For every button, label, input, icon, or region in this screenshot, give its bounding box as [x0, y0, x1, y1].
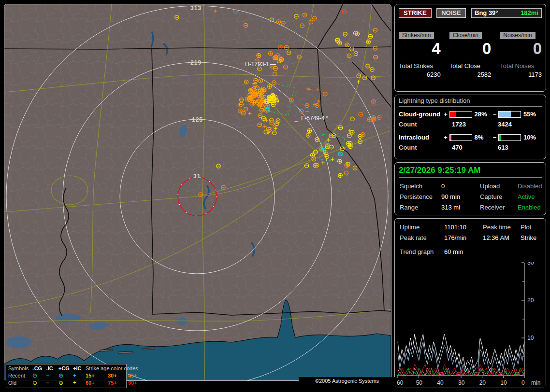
- noise-button[interactable]: NOISE: [436, 8, 465, 18]
- storm-vector-icon: —: [270, 61, 276, 68]
- trend-graph: 1020306050403020100min: [396, 262, 546, 388]
- age-60: 60+: [86, 379, 108, 387]
- count-label: Count: [399, 144, 452, 151]
- close-counter: Close/min 0 Total Close 2582: [449, 30, 492, 78]
- close-rate: 0: [449, 40, 492, 57]
- cg-neg-old-icon: ⊖: [32, 379, 46, 387]
- trend-graph-label: Trend graph: [400, 248, 444, 255]
- plus-sign: +: [444, 134, 449, 141]
- bearing-distance: 182mi: [521, 9, 538, 16]
- squelch-label: Squelch: [400, 182, 441, 190]
- strike-map[interactable]: 313 219 125 31 H-1793-1— F-5749-4^: [4, 4, 391, 381]
- ic-pos-old-icon: +: [73, 379, 86, 387]
- ic-pos-recent-icon: +: [73, 372, 86, 379]
- svg-text:60: 60: [397, 379, 404, 386]
- bearing-value: Bng 39°: [475, 9, 498, 16]
- trend-panel: Uptime 1101:10 Peak time Plot Peak rate …: [394, 218, 546, 388]
- peak-time-label: Peak time: [483, 224, 521, 231]
- squelch-value: 0: [441, 182, 480, 190]
- svg-text:min: min: [531, 379, 540, 386]
- strike-button[interactable]: STRIKE: [399, 8, 432, 18]
- capture-label: Capture: [480, 193, 518, 200]
- close-per-min-badge: Close/min: [449, 32, 482, 39]
- legend-type-cg-pos: +CG: [58, 365, 73, 372]
- map-legend: Symbols -CG -IC +CG +IC Strike age color…: [6, 364, 127, 388]
- trend-window-value: 60 min: [444, 248, 463, 255]
- cg-minus-percent: 55%: [523, 111, 542, 118]
- svg-text:50: 50: [416, 379, 423, 386]
- peak-time-value: 12:36 AM: [483, 234, 521, 241]
- ic-plus-percent: 8%: [475, 134, 493, 141]
- datetime-display: 2/27/2026 9:25:19 AM: [399, 166, 542, 178]
- cg-pos-recent-icon: ⊕: [58, 372, 73, 379]
- noises-rate: 0: [500, 40, 542, 57]
- ic-minus-percent: 10%: [523, 134, 542, 141]
- distribution-title: Lightning type distribution: [399, 95, 542, 107]
- age-30: 30+: [108, 372, 128, 379]
- age-45: 45+: [128, 372, 147, 379]
- bearing-indicator: Bng 39° 182mi: [471, 8, 542, 18]
- cg-minus-count: 3424: [498, 121, 512, 128]
- upload-label: Upload: [480, 182, 518, 190]
- ic-neg-old-icon: −: [46, 379, 58, 387]
- cg-minus-bar: [498, 111, 521, 118]
- receiver-status: Enabled: [518, 204, 542, 211]
- ic-plus-count: 470: [452, 144, 498, 151]
- noises-per-min-badge: Noises/min: [500, 32, 535, 39]
- cg-plus-count: 1723: [452, 121, 498, 128]
- intracloud-counts: Count 470 613: [399, 144, 542, 151]
- cg-pos-old-icon: ⊕: [58, 379, 73, 387]
- storm-vector-icon: ^: [326, 115, 329, 122]
- range-value: 313 mi: [441, 204, 480, 211]
- svg-text:20: 20: [527, 297, 534, 304]
- plus-sign: +: [444, 111, 449, 118]
- count-label: Count: [399, 121, 452, 128]
- capture-status: Active: [518, 193, 542, 200]
- cloud-ground-row: Cloud-ground + 28% − 55%: [399, 111, 542, 118]
- cg-plus-percent: 28%: [475, 111, 493, 118]
- total-close-label: Total Close: [449, 62, 492, 70]
- strikes-counter: Strikes/min 4 Total Strikes 6230: [399, 30, 441, 78]
- persistence-label: Persistence: [400, 193, 441, 200]
- copyright-text: ©2005 Astrogenic Systems: [299, 377, 395, 386]
- plot-label: Plot: [521, 224, 542, 231]
- ring-label-219: 219: [190, 59, 202, 66]
- strikes-rate: 4: [399, 40, 441, 57]
- strikes-per-min-badge: Strikes/min: [399, 32, 434, 39]
- svg-text:0: 0: [521, 379, 525, 386]
- ic-plus-bar: [449, 134, 472, 141]
- range-label: Range: [400, 204, 441, 211]
- distribution-panel: Lightning type distribution Cloud-ground…: [394, 95, 546, 159]
- total-strikes-label: Total Strikes: [399, 62, 441, 70]
- total-strikes-value: 6230: [399, 71, 441, 78]
- intracloud-label: Intracloud: [399, 134, 444, 141]
- noises-counter: Noises/min 0 Total Noises 1173: [500, 30, 542, 78]
- age-15: 15+: [86, 372, 108, 379]
- storm-cell-label[interactable]: F-5749-4^: [301, 115, 328, 122]
- receiver-label: Receiver: [480, 204, 518, 211]
- age-90: 90+: [128, 379, 147, 387]
- svg-text:30: 30: [527, 262, 534, 266]
- ic-minus-bar: [498, 134, 521, 141]
- uptime-label: Uptime: [400, 224, 444, 231]
- minus-sign: −: [493, 134, 498, 141]
- cloud-ground-label: Cloud-ground: [399, 111, 444, 118]
- storm-cell-label[interactable]: H-1793-1—: [245, 61, 276, 68]
- legend-age-header: Strike age color codes: [86, 365, 147, 372]
- ic-minus-count: 613: [498, 144, 508, 151]
- svg-text:30: 30: [458, 379, 465, 386]
- legend-type-cg-neg: -CG: [32, 365, 46, 372]
- total-noises-label: Total Noises: [500, 62, 542, 70]
- cg-plus-bar: [449, 111, 472, 118]
- stats-panel: STRIKE NOISE Bng 39° 182mi Strikes/min 4…: [394, 4, 546, 92]
- cloud-ground-counts: Count 1723 3424: [399, 121, 542, 128]
- minus-sign: −: [493, 111, 498, 118]
- legend-symbols-header: Symbols: [8, 365, 32, 372]
- svg-text:40: 40: [437, 379, 444, 386]
- age-75: 75+: [108, 379, 128, 387]
- ring-label-313: 313: [190, 5, 202, 12]
- svg-text:20: 20: [479, 379, 486, 386]
- uptime-value: 1101:10: [444, 224, 483, 231]
- intracloud-row: Intracloud + 8% − 10%: [399, 134, 542, 141]
- cg-neg-recent-icon: ⊖: [32, 372, 46, 379]
